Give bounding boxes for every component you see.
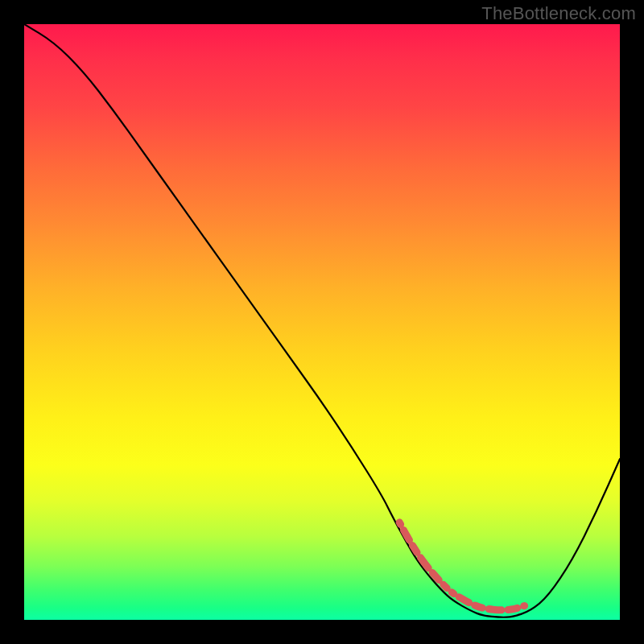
highlight-segment <box>399 522 524 610</box>
bottleneck-curve <box>24 24 620 617</box>
watermark-text: TheBottleneck.com <box>481 3 636 24</box>
plot-area <box>24 24 620 620</box>
curve-svg <box>24 24 620 620</box>
chart-frame: TheBottleneck.com <box>0 0 644 644</box>
